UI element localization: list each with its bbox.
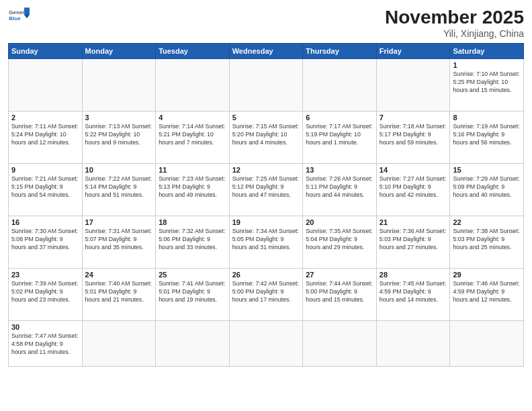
day-number: 27 <box>306 271 373 279</box>
day-info: Sunrise: 7:41 AM Sunset: 5:01 PM Dayligh… <box>159 280 226 304</box>
day-number: 4 <box>159 113 226 122</box>
day-number: 30 <box>11 323 79 331</box>
day-info: Sunrise: 7:23 AM Sunset: 5:13 PM Dayligh… <box>159 175 226 199</box>
day-number: 26 <box>232 271 300 279</box>
title-block: November 2025 Yili, Xinjiang, China <box>385 7 524 39</box>
table-row <box>450 321 524 367</box>
table-row: 21Sunrise: 7:36 AM Sunset: 5:03 PM Dayli… <box>376 216 450 269</box>
day-info: Sunrise: 7:22 AM Sunset: 5:14 PM Dayligh… <box>85 175 153 199</box>
table-row: 10Sunrise: 7:22 AM Sunset: 5:14 PM Dayli… <box>82 164 156 216</box>
day-number: 7 <box>380 113 447 122</box>
day-info: Sunrise: 7:11 AM Sunset: 5:24 PM Dayligh… <box>11 123 79 147</box>
table-row: 4Sunrise: 7:14 AM Sunset: 5:21 PM Daylig… <box>156 111 230 164</box>
table-row: 11Sunrise: 7:23 AM Sunset: 5:13 PM Dayli… <box>156 164 230 216</box>
day-number: 2 <box>11 113 79 122</box>
day-info: Sunrise: 7:38 AM Sunset: 5:03 PM Dayligh… <box>453 228 521 252</box>
table-row <box>156 321 230 367</box>
day-number: 5 <box>232 113 300 122</box>
day-number: 8 <box>453 113 521 122</box>
day-info: Sunrise: 7:39 AM Sunset: 5:02 PM Dayligh… <box>11 280 79 304</box>
table-row: 16Sunrise: 7:30 AM Sunset: 5:08 PM Dayli… <box>9 216 83 269</box>
table-row: 14Sunrise: 7:27 AM Sunset: 5:10 PM Dayli… <box>376 164 450 216</box>
day-info: Sunrise: 7:34 AM Sunset: 5:05 PM Dayligh… <box>232 228 300 252</box>
day-info: Sunrise: 7:14 AM Sunset: 5:21 PM Dayligh… <box>159 123 226 147</box>
day-info: Sunrise: 7:40 AM Sunset: 5:01 PM Dayligh… <box>85 280 153 304</box>
table-row: 9Sunrise: 7:21 AM Sunset: 5:15 PM Daylig… <box>9 164 83 216</box>
table-row <box>82 321 156 367</box>
month-title: November 2025 <box>385 7 524 28</box>
svg-marker-2 <box>24 7 30 15</box>
table-row: 19Sunrise: 7:34 AM Sunset: 5:05 PM Dayli… <box>229 216 303 269</box>
table-row: 17Sunrise: 7:31 AM Sunset: 5:07 PM Dayli… <box>82 216 156 269</box>
table-row <box>9 59 83 111</box>
table-row <box>229 59 303 111</box>
day-info: Sunrise: 7:46 AM Sunset: 4:59 PM Dayligh… <box>453 280 521 304</box>
day-info: Sunrise: 7:44 AM Sunset: 5:00 PM Dayligh… <box>306 280 373 304</box>
col-sunday: Sunday <box>9 44 83 59</box>
day-number: 17 <box>85 218 153 226</box>
table-row: 1Sunrise: 7:10 AM Sunset: 5:25 PM Daylig… <box>450 59 524 111</box>
day-number: 25 <box>159 271 226 279</box>
calendar-header-row: Sunday Monday Tuesday Wednesday Thursday… <box>9 44 524 59</box>
table-row: 28Sunrise: 7:45 AM Sunset: 4:59 PM Dayli… <box>376 269 450 321</box>
day-number: 9 <box>11 166 79 174</box>
table-row: 15Sunrise: 7:29 AM Sunset: 5:09 PM Dayli… <box>450 164 524 216</box>
table-row <box>82 59 156 111</box>
col-monday: Monday <box>82 44 156 59</box>
day-number: 13 <box>306 166 373 174</box>
table-row <box>229 321 303 367</box>
day-info: Sunrise: 7:13 AM Sunset: 5:22 PM Dayligh… <box>85 123 153 147</box>
day-number: 28 <box>380 271 447 279</box>
page: General Blue November 2025 Yili, Xinjian… <box>0 0 532 411</box>
table-row: 5Sunrise: 7:15 AM Sunset: 5:20 PM Daylig… <box>229 111 303 164</box>
col-tuesday: Tuesday <box>156 44 230 59</box>
day-number: 18 <box>159 218 226 226</box>
table-row: 18Sunrise: 7:32 AM Sunset: 5:06 PM Dayli… <box>156 216 230 269</box>
generalblue-logo-icon: General Blue <box>8 7 30 26</box>
table-row <box>303 59 377 111</box>
day-number: 10 <box>85 166 153 174</box>
day-info: Sunrise: 7:42 AM Sunset: 5:00 PM Dayligh… <box>232 280 300 304</box>
table-row: 22Sunrise: 7:38 AM Sunset: 5:03 PM Dayli… <box>450 216 524 269</box>
day-info: Sunrise: 7:17 AM Sunset: 5:19 PM Dayligh… <box>306 123 373 147</box>
col-wednesday: Wednesday <box>229 44 303 59</box>
table-row: 25Sunrise: 7:41 AM Sunset: 5:01 PM Dayli… <box>156 269 230 321</box>
day-info: Sunrise: 7:47 AM Sunset: 4:58 PM Dayligh… <box>11 332 79 357</box>
day-info: Sunrise: 7:27 AM Sunset: 5:10 PM Dayligh… <box>380 175 447 199</box>
table-row <box>376 59 450 111</box>
table-row: 26Sunrise: 7:42 AM Sunset: 5:00 PM Dayli… <box>229 269 303 321</box>
table-row: 3Sunrise: 7:13 AM Sunset: 5:22 PM Daylig… <box>82 111 156 164</box>
day-info: Sunrise: 7:31 AM Sunset: 5:07 PM Dayligh… <box>85 228 153 252</box>
day-number: 16 <box>11 218 79 226</box>
day-number: 19 <box>232 218 300 226</box>
day-number: 21 <box>380 218 447 226</box>
day-info: Sunrise: 7:32 AM Sunset: 5:06 PM Dayligh… <box>159 228 226 252</box>
day-info: Sunrise: 7:15 AM Sunset: 5:20 PM Dayligh… <box>232 123 300 147</box>
svg-marker-3 <box>24 15 30 18</box>
table-row <box>303 321 377 367</box>
table-row: 24Sunrise: 7:40 AM Sunset: 5:01 PM Dayli… <box>82 269 156 321</box>
day-number: 14 <box>380 166 447 174</box>
table-row: 23Sunrise: 7:39 AM Sunset: 5:02 PM Dayli… <box>9 269 83 321</box>
day-info: Sunrise: 7:36 AM Sunset: 5:03 PM Dayligh… <box>380 228 447 252</box>
day-number: 22 <box>453 218 521 226</box>
day-info: Sunrise: 7:10 AM Sunset: 5:25 PM Dayligh… <box>453 71 521 95</box>
day-number: 15 <box>453 166 521 174</box>
col-saturday: Saturday <box>450 44 524 59</box>
day-number: 12 <box>232 166 300 174</box>
location: Yili, Xinjiang, China <box>385 28 524 39</box>
table-row: 6Sunrise: 7:17 AM Sunset: 5:19 PM Daylig… <box>303 111 377 164</box>
day-number: 6 <box>306 113 373 122</box>
day-info: Sunrise: 7:18 AM Sunset: 5:17 PM Dayligh… <box>380 123 447 147</box>
table-row: 30Sunrise: 7:47 AM Sunset: 4:58 PM Dayli… <box>9 321 83 367</box>
table-row <box>156 59 230 111</box>
day-info: Sunrise: 7:19 AM Sunset: 5:16 PM Dayligh… <box>453 123 521 147</box>
table-row: 12Sunrise: 7:25 AM Sunset: 5:12 PM Dayli… <box>229 164 303 216</box>
day-number: 29 <box>453 271 521 279</box>
table-row: 13Sunrise: 7:26 AM Sunset: 5:11 PM Dayli… <box>303 164 377 216</box>
logo: General Blue <box>8 7 30 26</box>
day-info: Sunrise: 7:45 AM Sunset: 4:59 PM Dayligh… <box>380 280 447 304</box>
col-thursday: Thursday <box>303 44 377 59</box>
day-info: Sunrise: 7:29 AM Sunset: 5:09 PM Dayligh… <box>453 175 521 199</box>
day-number: 23 <box>11 271 79 279</box>
